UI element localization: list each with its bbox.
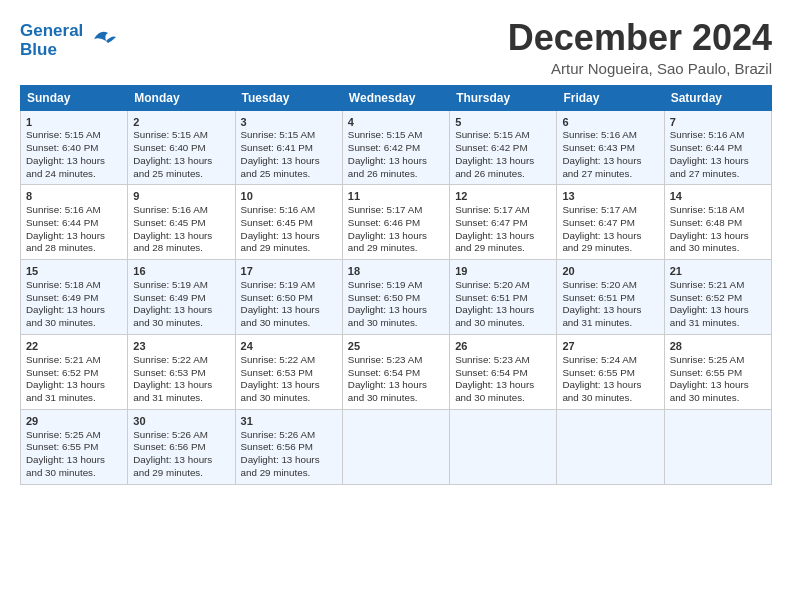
cell-3-2: 16Sunrise: 5:19 AM Sunset: 6:49 PM Dayli…	[128, 260, 235, 335]
day-number: 3	[241, 115, 337, 130]
cell-5-3: 31Sunrise: 5:26 AM Sunset: 6:56 PM Dayli…	[235, 409, 342, 484]
col-header-tuesday: Tuesday	[235, 85, 342, 110]
header-row: SundayMondayTuesdayWednesdayThursdayFrid…	[21, 85, 772, 110]
cell-5-6	[557, 409, 664, 484]
cell-content: Sunrise: 5:21 AM Sunset: 6:52 PM Dayligh…	[26, 354, 122, 405]
cell-content: Sunrise: 5:19 AM Sunset: 6:49 PM Dayligh…	[133, 279, 229, 330]
logo-line2: Blue	[20, 41, 83, 60]
cell-3-7: 21Sunrise: 5:21 AM Sunset: 6:52 PM Dayli…	[664, 260, 771, 335]
cell-content: Sunrise: 5:26 AM Sunset: 6:56 PM Dayligh…	[133, 429, 229, 480]
cell-content: Sunrise: 5:21 AM Sunset: 6:52 PM Dayligh…	[670, 279, 766, 330]
cell-content: Sunrise: 5:25 AM Sunset: 6:55 PM Dayligh…	[26, 429, 122, 480]
day-number: 22	[26, 339, 122, 354]
day-number: 20	[562, 264, 658, 279]
logo-text: General Blue	[20, 22, 83, 59]
cell-content: Sunrise: 5:15 AM Sunset: 6:42 PM Dayligh…	[455, 129, 551, 180]
week-row-3: 15Sunrise: 5:18 AM Sunset: 6:49 PM Dayli…	[21, 260, 772, 335]
cell-1-3: 3Sunrise: 5:15 AM Sunset: 6:41 PM Daylig…	[235, 110, 342, 185]
day-number: 24	[241, 339, 337, 354]
cell-4-7: 28Sunrise: 5:25 AM Sunset: 6:55 PM Dayli…	[664, 334, 771, 409]
day-number: 21	[670, 264, 766, 279]
cell-content: Sunrise: 5:16 AM Sunset: 6:44 PM Dayligh…	[670, 129, 766, 180]
day-number: 8	[26, 189, 122, 204]
day-number: 28	[670, 339, 766, 354]
cell-content: Sunrise: 5:18 AM Sunset: 6:48 PM Dayligh…	[670, 204, 766, 255]
day-number: 4	[348, 115, 444, 130]
cell-2-2: 9Sunrise: 5:16 AM Sunset: 6:45 PM Daylig…	[128, 185, 235, 260]
day-number: 30	[133, 414, 229, 429]
cell-content: Sunrise: 5:17 AM Sunset: 6:46 PM Dayligh…	[348, 204, 444, 255]
cell-content: Sunrise: 5:15 AM Sunset: 6:41 PM Dayligh…	[241, 129, 337, 180]
cell-5-4	[342, 409, 449, 484]
logo: General Blue	[20, 22, 118, 59]
week-row-4: 22Sunrise: 5:21 AM Sunset: 6:52 PM Dayli…	[21, 334, 772, 409]
col-header-monday: Monday	[128, 85, 235, 110]
cell-4-5: 26Sunrise: 5:23 AM Sunset: 6:54 PM Dayli…	[450, 334, 557, 409]
cell-2-4: 11Sunrise: 5:17 AM Sunset: 6:46 PM Dayli…	[342, 185, 449, 260]
cell-5-5	[450, 409, 557, 484]
cell-2-5: 12Sunrise: 5:17 AM Sunset: 6:47 PM Dayli…	[450, 185, 557, 260]
cell-content: Sunrise: 5:23 AM Sunset: 6:54 PM Dayligh…	[455, 354, 551, 405]
cell-3-5: 19Sunrise: 5:20 AM Sunset: 6:51 PM Dayli…	[450, 260, 557, 335]
col-header-friday: Friday	[557, 85, 664, 110]
cell-4-4: 25Sunrise: 5:23 AM Sunset: 6:54 PM Dayli…	[342, 334, 449, 409]
logo-icon	[86, 25, 118, 53]
cell-3-4: 18Sunrise: 5:19 AM Sunset: 6:50 PM Dayli…	[342, 260, 449, 335]
logo-line1: General	[20, 21, 83, 40]
cell-1-4: 4Sunrise: 5:15 AM Sunset: 6:42 PM Daylig…	[342, 110, 449, 185]
day-number: 15	[26, 264, 122, 279]
cell-content: Sunrise: 5:16 AM Sunset: 6:44 PM Dayligh…	[26, 204, 122, 255]
day-number: 27	[562, 339, 658, 354]
week-row-1: 1Sunrise: 5:15 AM Sunset: 6:40 PM Daylig…	[21, 110, 772, 185]
cell-2-7: 14Sunrise: 5:18 AM Sunset: 6:48 PM Dayli…	[664, 185, 771, 260]
cell-2-1: 8Sunrise: 5:16 AM Sunset: 6:44 PM Daylig…	[21, 185, 128, 260]
title-block: December 2024 Artur Nogueira, Sao Paulo,…	[508, 18, 772, 77]
cell-content: Sunrise: 5:17 AM Sunset: 6:47 PM Dayligh…	[455, 204, 551, 255]
week-row-2: 8Sunrise: 5:16 AM Sunset: 6:44 PM Daylig…	[21, 185, 772, 260]
col-header-saturday: Saturday	[664, 85, 771, 110]
page: General Blue December 2024 Artur Nogueir…	[0, 0, 792, 497]
col-header-thursday: Thursday	[450, 85, 557, 110]
cell-content: Sunrise: 5:15 AM Sunset: 6:40 PM Dayligh…	[133, 129, 229, 180]
cell-1-1: 1Sunrise: 5:15 AM Sunset: 6:40 PM Daylig…	[21, 110, 128, 185]
day-number: 12	[455, 189, 551, 204]
day-number: 6	[562, 115, 658, 130]
cell-3-1: 15Sunrise: 5:18 AM Sunset: 6:49 PM Dayli…	[21, 260, 128, 335]
col-header-sunday: Sunday	[21, 85, 128, 110]
day-number: 14	[670, 189, 766, 204]
cell-1-2: 2Sunrise: 5:15 AM Sunset: 6:40 PM Daylig…	[128, 110, 235, 185]
day-number: 10	[241, 189, 337, 204]
cell-content: Sunrise: 5:15 AM Sunset: 6:42 PM Dayligh…	[348, 129, 444, 180]
cell-content: Sunrise: 5:16 AM Sunset: 6:45 PM Dayligh…	[133, 204, 229, 255]
day-number: 5	[455, 115, 551, 130]
cell-4-1: 22Sunrise: 5:21 AM Sunset: 6:52 PM Dayli…	[21, 334, 128, 409]
cell-2-3: 10Sunrise: 5:16 AM Sunset: 6:45 PM Dayli…	[235, 185, 342, 260]
calendar-table: SundayMondayTuesdayWednesdayThursdayFrid…	[20, 85, 772, 485]
day-number: 26	[455, 339, 551, 354]
cell-content: Sunrise: 5:22 AM Sunset: 6:53 PM Dayligh…	[241, 354, 337, 405]
col-header-wednesday: Wednesday	[342, 85, 449, 110]
cell-3-3: 17Sunrise: 5:19 AM Sunset: 6:50 PM Dayli…	[235, 260, 342, 335]
day-number: 9	[133, 189, 229, 204]
day-number: 11	[348, 189, 444, 204]
day-number: 23	[133, 339, 229, 354]
cell-content: Sunrise: 5:16 AM Sunset: 6:43 PM Dayligh…	[562, 129, 658, 180]
day-number: 16	[133, 264, 229, 279]
day-number: 29	[26, 414, 122, 429]
day-number: 25	[348, 339, 444, 354]
day-number: 1	[26, 115, 122, 130]
cell-content: Sunrise: 5:26 AM Sunset: 6:56 PM Dayligh…	[241, 429, 337, 480]
cell-content: Sunrise: 5:20 AM Sunset: 6:51 PM Dayligh…	[455, 279, 551, 330]
cell-3-6: 20Sunrise: 5:20 AM Sunset: 6:51 PM Dayli…	[557, 260, 664, 335]
cell-5-2: 30Sunrise: 5:26 AM Sunset: 6:56 PM Dayli…	[128, 409, 235, 484]
cell-content: Sunrise: 5:18 AM Sunset: 6:49 PM Dayligh…	[26, 279, 122, 330]
main-title: December 2024	[508, 18, 772, 58]
cell-content: Sunrise: 5:23 AM Sunset: 6:54 PM Dayligh…	[348, 354, 444, 405]
header: General Blue December 2024 Artur Nogueir…	[20, 18, 772, 77]
cell-4-3: 24Sunrise: 5:22 AM Sunset: 6:53 PM Dayli…	[235, 334, 342, 409]
cell-content: Sunrise: 5:24 AM Sunset: 6:55 PM Dayligh…	[562, 354, 658, 405]
cell-2-6: 13Sunrise: 5:17 AM Sunset: 6:47 PM Dayli…	[557, 185, 664, 260]
cell-content: Sunrise: 5:16 AM Sunset: 6:45 PM Dayligh…	[241, 204, 337, 255]
day-number: 31	[241, 414, 337, 429]
cell-content: Sunrise: 5:15 AM Sunset: 6:40 PM Dayligh…	[26, 129, 122, 180]
